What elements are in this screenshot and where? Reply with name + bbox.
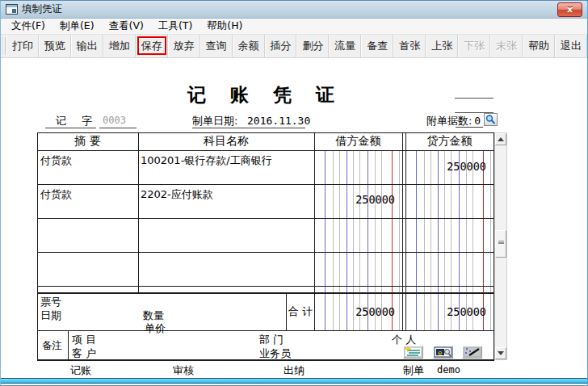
toolbar-button-insert-line[interactable]: 插分 [265,35,297,57]
toolbar-button-help[interactable]: 帮助 [523,35,555,57]
toolbar-button-delete-line[interactable]: 删分 [296,35,329,57]
save-label: 保存 [141,40,162,52]
bookkeeper-label: 记账 [70,363,91,378]
voucher-number[interactable]: 0003 [103,115,126,126]
toolbar-button-exit[interactable]: 退出 [555,35,587,57]
header-bottom-line [37,150,494,151]
toolbar-button-next: 下张 [458,35,490,57]
table-border-left [37,132,38,360]
header-account: 科目名称 [138,133,314,148]
row2-debit-amount[interactable]: 250000 [315,193,399,206]
menu-tools[interactable]: 工具(T) [151,18,200,35]
total-cell-left-border [286,293,287,330]
magic-wand-icon [463,346,481,358]
voucher-word-label-1: 记 [56,114,66,128]
menu-bar: 文件(F) 制单(E) 查看(V) 工具(T) 帮助(H) [1,19,587,35]
row4-summary[interactable] [40,255,136,284]
screen-e-icon: e [434,346,452,358]
word-underline [45,128,96,128]
date-label: 制单日期: [192,114,237,128]
magic-wand-button[interactable] [462,346,482,359]
total-label: 合 计 [288,305,313,317]
menu-view[interactable]: 查看(V) [102,18,151,35]
abstract-list-button[interactable] [403,346,423,359]
window-bottom-edge [1,378,587,384]
row-line-1 [37,184,494,185]
menu-make[interactable]: 制单(E) [52,18,102,35]
preparer-name: demo [437,364,460,376]
number-underline [99,128,136,128]
credit-ruled-column [406,151,494,330]
cashier-label: 出纳 [284,363,304,378]
menu-file[interactable]: 文件(F) [4,18,52,35]
title-bar[interactable]: 填制凭证 x [1,1,587,19]
attach-count[interactable]: 0 [461,115,481,127]
date-value[interactable]: 2016.11.30 [247,115,310,127]
row1-account[interactable]: 100201-银行存款/工商银行 [141,153,272,168]
total-credit: 250000 [406,305,490,318]
row2-summary[interactable]: 付货款 [40,187,72,202]
toolbar-button-output[interactable]: 输出 [71,35,103,57]
toolbar-button-prev[interactable]: 上张 [426,35,458,57]
row-line-3 [37,252,494,253]
row1-credit-amount[interactable]: 250000 [406,160,490,173]
row3-summary[interactable] [40,221,136,250]
col-divider-summary [138,132,139,293]
total-bottom-line [37,330,494,331]
scroll-up-icon [498,137,504,141]
row2-account[interactable]: 2202-应付账款 [141,187,213,202]
close-button[interactable]: x [557,2,582,17]
toolbar-button-reference[interactable]: 备查 [361,35,393,57]
attach-underline [456,127,483,128]
row1-summary[interactable]: 付货款 [40,153,72,168]
salesman-label[interactable]: 业务员 [259,346,291,361]
menu-help[interactable]: 帮助(H) [200,18,250,35]
preparer-label: 制单 [403,363,424,378]
blank-line-top [455,98,494,99]
header-debit: 借方金额 [314,133,402,148]
toolbar-button-discard[interactable]: 放弃 [168,35,200,57]
toolbar-button-cashflow[interactable]: 流量 [329,35,361,57]
project-label[interactable]: 项 目 [72,333,96,347]
row-line-2 [37,218,494,219]
ticket-date-label: 日期 [40,308,61,323]
remark-divider [68,330,69,360]
debit-right-border [402,132,403,330]
toolbar-button-save[interactable]: 保存 [136,35,168,57]
toolbar-grip [2,37,6,55]
auditor-label: 审核 [173,363,194,378]
toolbar-button-first[interactable]: 首张 [393,35,426,57]
voucher-window: 填制凭证 x 文件(F) 制单(E) 查看(V) 工具(T) 帮助(H) 打印 … [0,0,588,386]
scroll-up-button[interactable] [495,133,506,145]
ticket-label: 票号 [40,295,61,309]
date-underline [192,128,305,128]
toolbar-button-add[interactable]: 增加 [103,35,136,57]
col-divider-account [314,132,315,330]
scroll-down-button[interactable] [495,347,506,359]
toolbar: 打印 预览 输出 增加 保存 放弃 查询 余额 插分 删分 流量 备查 首张 上… [1,35,587,58]
voucher-word-label-2: 字 [82,114,92,128]
dept-label[interactable]: 部 门 [259,333,284,347]
voucher-title: 记 账 凭 证 [37,82,494,107]
window-title: 填制凭证 [22,2,62,16]
abstract-list-icon [404,346,422,358]
window-icon [6,4,18,15]
customer-label[interactable]: 客 户 [72,346,96,361]
toolbar-button-preview[interactable]: 预览 [39,35,71,57]
header-credit: 贷方金额 [405,133,494,148]
vertical-scrollbar[interactable] [494,132,507,360]
voucher-area: 记 账 凭 证 记 字 0003 制单日期: 2016.11.30 附单据数: … [1,58,587,379]
screen-lookup-button[interactable]: e [433,346,453,359]
toolbar-button-balance[interactable]: 余额 [233,35,265,57]
debit-ruled-column [315,151,402,330]
toolbar-button-query[interactable]: 查询 [200,35,233,57]
scrollbar-thumb[interactable] [495,230,506,258]
price-label: 单价 [145,321,166,336]
scrollbar-grip-icon [498,241,504,244]
svg-text:e: e [438,349,442,357]
remark-label: 备注 [42,339,62,353]
scroll-down-icon [498,351,504,355]
body-bottom-line [37,292,494,294]
toolbar-button-print[interactable]: 打印 [6,35,39,57]
attach-lookup-button[interactable] [484,113,498,126]
